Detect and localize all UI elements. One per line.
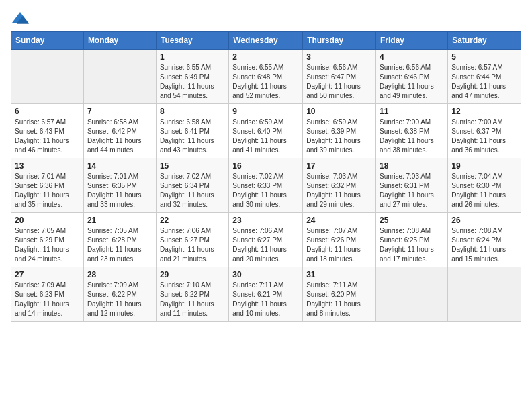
week-row-3: 13Sunrise: 7:01 AM Sunset: 6:36 PM Dayli… <box>11 158 521 213</box>
day-number: 31 <box>306 270 372 279</box>
day-number: 25 <box>380 216 444 225</box>
header-cell-friday: Friday <box>376 32 448 50</box>
day-number: 26 <box>451 216 517 225</box>
day-cell: 9Sunrise: 6:59 AM Sunset: 6:40 PM Daylig… <box>229 104 303 158</box>
day-info: Sunrise: 7:08 AM Sunset: 6:24 PM Dayligh… <box>451 226 517 264</box>
day-number: 3 <box>306 52 372 62</box>
day-cell: 5Sunrise: 6:57 AM Sunset: 6:44 PM Daylig… <box>448 50 521 104</box>
header-cell-monday: Monday <box>83 32 156 50</box>
day-cell: 31Sunrise: 7:11 AM Sunset: 6:20 PM Dayli… <box>303 267 376 322</box>
day-cell: 30Sunrise: 7:11 AM Sunset: 6:21 PM Dayli… <box>229 267 303 322</box>
day-cell: 8Sunrise: 6:58 AM Sunset: 6:41 PM Daylig… <box>156 104 228 158</box>
header-cell-wednesday: Wednesday <box>229 32 303 50</box>
day-cell: 20Sunrise: 7:05 AM Sunset: 6:29 PM Dayli… <box>11 213 84 267</box>
day-number: 14 <box>87 161 152 171</box>
day-cell: 25Sunrise: 7:08 AM Sunset: 6:25 PM Dayli… <box>376 213 448 267</box>
day-info: Sunrise: 7:00 AM Sunset: 6:37 PM Dayligh… <box>451 118 517 155</box>
header-row: SundayMondayTuesdayWednesdayThursdayFrid… <box>11 32 521 50</box>
day-cell: 15Sunrise: 7:02 AM Sunset: 6:34 PM Dayli… <box>156 158 228 213</box>
day-info: Sunrise: 7:02 AM Sunset: 6:34 PM Dayligh… <box>160 172 225 210</box>
day-number: 22 <box>160 216 225 225</box>
day-cell: 26Sunrise: 7:08 AM Sunset: 6:24 PM Dayli… <box>448 213 521 267</box>
day-number: 28 <box>87 270 152 279</box>
day-info: Sunrise: 6:57 AM Sunset: 6:43 PM Dayligh… <box>15 118 80 155</box>
day-info: Sunrise: 6:57 AM Sunset: 6:44 PM Dayligh… <box>451 63 517 101</box>
day-info: Sunrise: 7:05 AM Sunset: 6:29 PM Dayligh… <box>15 226 80 264</box>
day-cell: 10Sunrise: 6:59 AM Sunset: 6:39 PM Dayli… <box>303 104 376 158</box>
week-row-1: 1Sunrise: 6:55 AM Sunset: 6:49 PM Daylig… <box>11 50 521 104</box>
day-cell <box>11 50 84 104</box>
day-info: Sunrise: 6:56 AM Sunset: 6:47 PM Dayligh… <box>306 63 372 101</box>
day-cell: 1Sunrise: 6:55 AM Sunset: 6:49 PM Daylig… <box>156 50 228 104</box>
logo-icon <box>11 11 30 26</box>
week-row-2: 6Sunrise: 6:57 AM Sunset: 6:43 PM Daylig… <box>11 104 521 158</box>
day-number: 10 <box>306 107 372 116</box>
day-info: Sunrise: 6:58 AM Sunset: 6:42 PM Dayligh… <box>87 118 152 155</box>
day-cell: 7Sunrise: 6:58 AM Sunset: 6:42 PM Daylig… <box>83 104 156 158</box>
day-info: Sunrise: 7:11 AM Sunset: 6:20 PM Dayligh… <box>306 281 372 318</box>
page-header <box>11 11 521 26</box>
day-number: 16 <box>232 161 299 171</box>
day-info: Sunrise: 6:56 AM Sunset: 6:46 PM Dayligh… <box>380 63 444 101</box>
day-cell: 24Sunrise: 7:07 AM Sunset: 6:26 PM Dayli… <box>303 213 376 267</box>
day-cell: 17Sunrise: 7:03 AM Sunset: 6:32 PM Dayli… <box>303 158 376 213</box>
day-info: Sunrise: 7:08 AM Sunset: 6:25 PM Dayligh… <box>380 226 444 264</box>
day-number: 11 <box>380 107 444 116</box>
day-cell: 29Sunrise: 7:10 AM Sunset: 6:22 PM Dayli… <box>156 267 228 322</box>
day-number: 6 <box>15 107 80 116</box>
calendar-body: 1Sunrise: 6:55 AM Sunset: 6:49 PM Daylig… <box>11 50 521 322</box>
day-info: Sunrise: 7:06 AM Sunset: 6:27 PM Dayligh… <box>160 226 225 264</box>
day-number: 12 <box>451 107 517 116</box>
day-cell: 11Sunrise: 7:00 AM Sunset: 6:38 PM Dayli… <box>376 104 448 158</box>
day-number: 19 <box>451 161 517 171</box>
calendar-header: SundayMondayTuesdayWednesdayThursdayFrid… <box>11 32 521 50</box>
day-number: 20 <box>15 216 80 225</box>
day-info: Sunrise: 7:09 AM Sunset: 6:23 PM Dayligh… <box>15 281 80 318</box>
day-number: 15 <box>160 161 225 171</box>
day-cell: 6Sunrise: 6:57 AM Sunset: 6:43 PM Daylig… <box>11 104 84 158</box>
day-cell <box>376 267 448 322</box>
day-info: Sunrise: 6:55 AM Sunset: 6:49 PM Dayligh… <box>160 63 225 101</box>
header-cell-saturday: Saturday <box>448 32 521 50</box>
day-cell: 14Sunrise: 7:01 AM Sunset: 6:35 PM Dayli… <box>83 158 156 213</box>
day-info: Sunrise: 6:59 AM Sunset: 6:39 PM Dayligh… <box>306 118 372 155</box>
day-cell: 19Sunrise: 7:04 AM Sunset: 6:30 PM Dayli… <box>448 158 521 213</box>
day-cell: 12Sunrise: 7:00 AM Sunset: 6:37 PM Dayli… <box>448 104 521 158</box>
day-number: 30 <box>232 270 299 279</box>
week-row-5: 27Sunrise: 7:09 AM Sunset: 6:23 PM Dayli… <box>11 267 521 322</box>
day-number: 7 <box>87 107 152 116</box>
day-info: Sunrise: 6:55 AM Sunset: 6:48 PM Dayligh… <box>232 63 299 101</box>
day-info: Sunrise: 7:11 AM Sunset: 6:21 PM Dayligh… <box>232 281 299 318</box>
day-cell: 27Sunrise: 7:09 AM Sunset: 6:23 PM Dayli… <box>11 267 84 322</box>
day-info: Sunrise: 7:01 AM Sunset: 6:35 PM Dayligh… <box>87 172 152 210</box>
calendar-table: SundayMondayTuesdayWednesdayThursdayFrid… <box>11 31 521 322</box>
header-cell-thursday: Thursday <box>303 32 376 50</box>
day-cell: 16Sunrise: 7:02 AM Sunset: 6:33 PM Dayli… <box>229 158 303 213</box>
day-number: 23 <box>232 216 299 225</box>
day-number: 1 <box>160 52 225 62</box>
day-number: 5 <box>451 52 517 62</box>
day-info: Sunrise: 6:59 AM Sunset: 6:40 PM Dayligh… <box>232 118 299 155</box>
day-info: Sunrise: 7:02 AM Sunset: 6:33 PM Dayligh… <box>232 172 299 210</box>
day-info: Sunrise: 7:03 AM Sunset: 6:32 PM Dayligh… <box>306 172 372 210</box>
day-cell: 18Sunrise: 7:03 AM Sunset: 6:31 PM Dayli… <box>376 158 448 213</box>
day-info: Sunrise: 7:00 AM Sunset: 6:38 PM Dayligh… <box>380 118 444 155</box>
day-info: Sunrise: 7:09 AM Sunset: 6:22 PM Dayligh… <box>87 281 152 318</box>
day-number: 9 <box>232 107 299 116</box>
day-info: Sunrise: 7:10 AM Sunset: 6:22 PM Dayligh… <box>160 281 225 318</box>
day-info: Sunrise: 7:05 AM Sunset: 6:28 PM Dayligh… <box>87 226 152 264</box>
day-info: Sunrise: 6:58 AM Sunset: 6:41 PM Dayligh… <box>160 118 225 155</box>
logo <box>11 11 32 26</box>
day-cell: 2Sunrise: 6:55 AM Sunset: 6:48 PM Daylig… <box>229 50 303 104</box>
day-number: 18 <box>380 161 444 171</box>
day-info: Sunrise: 7:07 AM Sunset: 6:26 PM Dayligh… <box>306 226 372 264</box>
day-number: 4 <box>380 52 444 62</box>
day-cell <box>448 267 521 322</box>
day-info: Sunrise: 7:03 AM Sunset: 6:31 PM Dayligh… <box>380 172 444 210</box>
day-cell: 22Sunrise: 7:06 AM Sunset: 6:27 PM Dayli… <box>156 213 228 267</box>
day-info: Sunrise: 7:04 AM Sunset: 6:30 PM Dayligh… <box>451 172 517 210</box>
day-number: 29 <box>160 270 225 279</box>
day-number: 27 <box>15 270 80 279</box>
day-cell: 21Sunrise: 7:05 AM Sunset: 6:28 PM Dayli… <box>83 213 156 267</box>
day-cell <box>83 50 156 104</box>
